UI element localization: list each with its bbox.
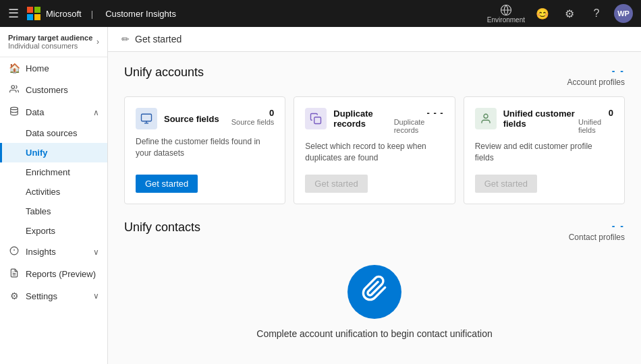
main-header: ✏ Get started — [108, 27, 641, 52]
svg-rect-0 — [27, 7, 33, 13]
enrichment-label: Enrichment — [26, 167, 70, 177]
user-avatar[interactable]: WP — [614, 4, 633, 23]
home-label: Home — [26, 63, 49, 73]
settings-icon-btn[interactable]: ⚙ — [560, 4, 579, 23]
unified-fields-top: Unified customer fields 0 Unified fields — [475, 108, 613, 134]
sidebar-item-insights[interactable]: Insights ∨ — [0, 241, 107, 263]
customers-label: Customers — [26, 85, 68, 95]
smiley-button[interactable]: 😊 — [533, 4, 552, 23]
data-label: Data — [26, 107, 44, 117]
microsoft-label: Microsoft — [46, 9, 82, 19]
accounts-title: Unify accounts — [124, 65, 204, 80]
insights-label: Insights — [26, 247, 56, 257]
svg-point-6 — [11, 107, 18, 110]
source-fields-desc: Define the customer fields found in your… — [136, 133, 274, 159]
data-expand-icon: ∧ — [93, 108, 99, 117]
settings-expand-icon: ∨ — [93, 291, 99, 301]
reports-label: Reports (Preview) — [26, 269, 96, 279]
main-content: Unify accounts - - Account profiles Sour… — [108, 52, 641, 359]
paperclip-icon — [361, 275, 388, 308]
customers-icon — [8, 84, 20, 96]
source-fields-icon-title: Source fields — [136, 108, 219, 129]
svg-rect-3 — [34, 14, 40, 20]
sidebar-item-home[interactable]: 🏠 Home — [0, 57, 107, 79]
duplicate-records-get-started-btn: Get started — [305, 175, 367, 193]
source-fields-top: Source fields 0 Source fields — [136, 108, 274, 129]
svg-rect-15 — [314, 117, 321, 124]
breadcrumb-label: Get started — [135, 34, 182, 44]
sidebar-item-unify[interactable]: Unify — [0, 143, 107, 162]
source-fields-get-started-btn[interactable]: Get started — [136, 175, 198, 193]
main-layout: Primary target audience Individual consu… — [0, 27, 641, 364]
contacts-meta-label: Contact profiles — [569, 233, 625, 242]
hamburger-menu[interactable]: ☰ — [8, 6, 19, 21]
environment-selector[interactable]: Environment — [487, 4, 525, 24]
svg-rect-1 — [34, 7, 40, 13]
edit-icon: ✏ — [121, 34, 130, 44]
contacts-meta: - - Contact profiles — [569, 220, 625, 242]
contacts-section-header: Unify contacts - - Contact profiles — [124, 220, 625, 242]
microsoft-logo — [27, 7, 40, 20]
sidebar-item-reports[interactable]: Reports (Preview) — [0, 263, 107, 285]
unified-fields-count: 0 Unified fields — [578, 108, 613, 134]
data-sub-items: Data sources Unify Enrichment Activities… — [0, 123, 107, 241]
nav-icons: Environment 😊 ⚙ ? WP — [487, 4, 633, 24]
sidebar-item-customers[interactable]: Customers — [0, 79, 107, 101]
unified-fields-num: 0 — [609, 108, 613, 118]
unified-fields-icon-title: Unified customer fields — [475, 108, 578, 129]
unified-fields-get-started-btn: Get started — [475, 175, 537, 193]
duplicate-records-count-label: Duplicate records — [394, 118, 444, 134]
logo-area: Microsoft | Customer Insights — [27, 7, 176, 20]
duplicate-records-desc: Select which record to keep when duplica… — [305, 138, 443, 164]
environment-icon — [500, 4, 512, 16]
unified-fields-icon — [475, 108, 497, 129]
unified-customer-fields-card: Unified customer fields 0 Unified fields… — [464, 96, 625, 204]
home-icon: 🏠 — [8, 63, 20, 73]
data-sources-label: Data sources — [26, 128, 78, 138]
source-fields-action: Get started — [136, 168, 274, 193]
help-button[interactable]: ? — [587, 4, 606, 23]
svg-rect-2 — [27, 14, 33, 20]
source-fields-card: Source fields 0 Source fields Define the… — [124, 96, 285, 204]
accounts-meta-label: Account profiles — [567, 78, 625, 87]
duplicate-records-action: Get started — [305, 168, 443, 193]
accounts-meta: - - Account profiles — [567, 65, 625, 87]
duplicate-records-icon — [305, 108, 327, 129]
sidebar: Primary target audience Individual consu… — [0, 27, 108, 364]
sidebar-item-tables[interactable]: Tables — [0, 202, 107, 221]
unified-fields-action: Get started — [475, 168, 613, 193]
unify-label: Unify — [26, 148, 48, 158]
source-fields-icon — [136, 108, 157, 129]
duplicate-records-icon-title: Duplicate records — [305, 108, 393, 129]
contacts-meta-dashes: - - — [612, 220, 625, 231]
contacts-circle-icon — [347, 265, 401, 319]
audience-label: Primary target audience — [8, 34, 92, 42]
settings-icon: ⚙ — [8, 291, 20, 301]
svg-point-16 — [484, 114, 488, 118]
accounts-section-header: Unify accounts - - Account profiles — [124, 65, 625, 87]
svg-point-5 — [11, 86, 15, 89]
sidebar-item-data[interactable]: Data ∧ — [0, 101, 107, 123]
source-fields-title: Source fields — [164, 114, 219, 124]
unified-fields-desc: Review and edit customer profile fields — [475, 138, 613, 164]
environment-label: Environment — [487, 16, 525, 24]
duplicate-records-count: - - - Duplicate records — [394, 108, 444, 134]
accounts-meta-dashes: - - — [612, 65, 625, 76]
duplicate-records-num: - - - — [426, 108, 443, 118]
contacts-title: Unify contacts — [124, 220, 200, 235]
sidebar-item-enrichment[interactable]: Enrichment — [0, 162, 107, 182]
data-icon — [8, 107, 20, 118]
sidebar-item-settings[interactable]: ⚙ Settings ∨ — [0, 285, 107, 307]
audience-selector[interactable]: Primary target audience Individual consu… — [0, 27, 107, 57]
duplicate-records-top: Duplicate records - - - Duplicate record… — [305, 108, 443, 134]
app-title: Customer Insights — [105, 9, 176, 19]
audience-chevron-icon: › — [96, 37, 99, 47]
svg-rect-12 — [142, 114, 152, 121]
insights-icon — [8, 246, 20, 257]
unified-fields-title: Unified customer fields — [503, 109, 578, 129]
sidebar-item-exports[interactable]: Exports — [0, 221, 107, 241]
contacts-empty-state: Complete account unification to begin co… — [124, 251, 625, 346]
accounts-cards-row: Source fields 0 Source fields Define the… — [124, 96, 625, 204]
sidebar-item-activities[interactable]: Activities — [0, 182, 107, 202]
sidebar-item-data-sources[interactable]: Data sources — [0, 123, 107, 143]
